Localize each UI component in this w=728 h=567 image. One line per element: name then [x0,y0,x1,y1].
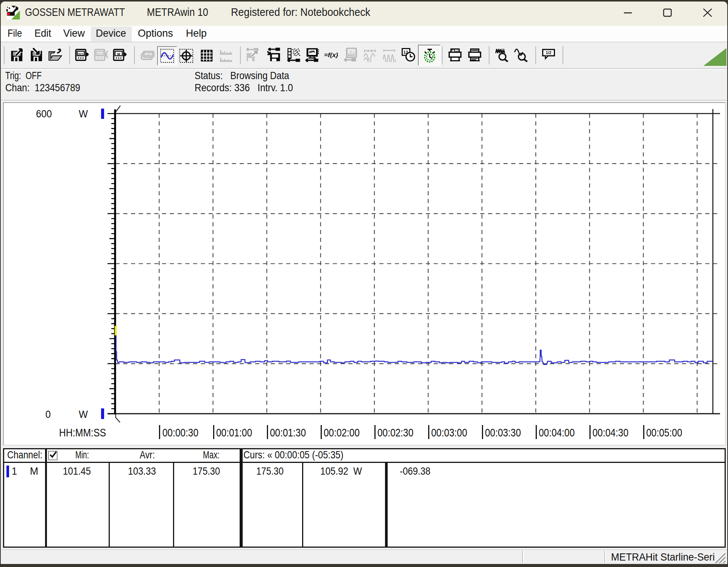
svg-text:M: M [117,52,120,56]
svg-text:321: 321 [349,50,354,53]
svg-text:=f(x): =f(x) [324,51,338,59]
svg-text:1257: 1257 [145,53,152,56]
svg-text:321: 321 [78,52,84,56]
svg-text:1/2: 1/2 [546,50,552,55]
svg-text:321: 321 [97,52,103,56]
